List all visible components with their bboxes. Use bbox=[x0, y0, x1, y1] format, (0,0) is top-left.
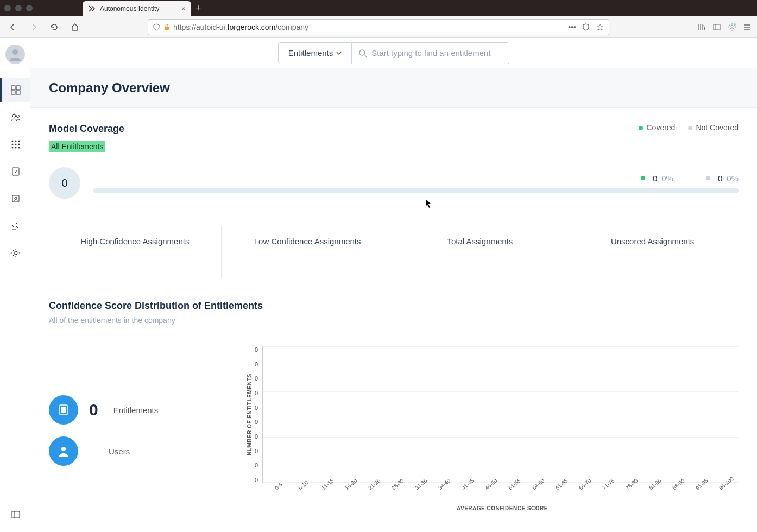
user-icon bbox=[49, 436, 78, 466]
shield-icon bbox=[153, 23, 160, 31]
tab-close-icon[interactable]: × bbox=[181, 4, 186, 13]
browser-titlebar: Autonomous Identity × + bbox=[0, 0, 757, 16]
gear-icon bbox=[11, 248, 21, 258]
svg-point-15 bbox=[17, 115, 20, 118]
svg-point-9 bbox=[12, 49, 18, 55]
forward-button[interactable] bbox=[26, 20, 41, 35]
y-axis-ticks: 0000000000 bbox=[255, 346, 262, 483]
grid-icon bbox=[11, 140, 21, 149]
svg-rect-13 bbox=[16, 91, 20, 94]
new-tab-button[interactable]: + bbox=[195, 3, 201, 14]
account-icon[interactable] bbox=[728, 23, 736, 31]
sidebar-item-collapse[interactable] bbox=[0, 503, 30, 527]
sidebar-item-roles[interactable] bbox=[0, 187, 30, 211]
search-type-dropdown[interactable]: Entitlements bbox=[278, 42, 352, 64]
covered-stat: 0 0% bbox=[641, 174, 673, 183]
avatar[interactable] bbox=[5, 45, 25, 64]
users-summary: Users bbox=[49, 436, 228, 466]
svg-rect-29 bbox=[12, 511, 20, 518]
coverage-filter-chip[interactable]: All Entitlements bbox=[49, 141, 105, 152]
distribution-title: Confidence Score Distribution of Entitle… bbox=[49, 300, 739, 312]
url-text: https://autoid-ui.forgerock.com/company bbox=[173, 23, 565, 31]
svg-rect-34 bbox=[61, 407, 66, 413]
dropdown-label: Entitlements bbox=[288, 48, 333, 58]
browser-toolbar: https://autoid-ui.forgerock.com/company … bbox=[0, 16, 757, 38]
dashboard-icon bbox=[11, 85, 21, 95]
svg-rect-11 bbox=[16, 86, 20, 90]
tab-title: Autonomous Identity bbox=[100, 5, 177, 12]
menu-icon[interactable] bbox=[743, 23, 752, 31]
page-title: Company Overview bbox=[49, 80, 739, 96]
svg-point-19 bbox=[12, 144, 14, 145]
sidebar-item-certifications[interactable] bbox=[0, 160, 30, 183]
x-axis-ticks: 0-56-1011-1516-2021-2526-3031-3536-4041-… bbox=[270, 486, 739, 492]
svg-rect-10 bbox=[11, 86, 15, 90]
clipboard-check-icon bbox=[11, 167, 21, 176]
svg-rect-0 bbox=[165, 27, 169, 30]
sidebar-item-dashboard[interactable] bbox=[0, 78, 30, 102]
home-button[interactable] bbox=[67, 20, 83, 35]
window-minimize[interactable] bbox=[15, 5, 22, 11]
not-covered-stat: 0 0% bbox=[706, 174, 739, 183]
dot-covered-icon bbox=[639, 126, 643, 130]
svg-point-18 bbox=[18, 141, 20, 142]
svg-point-17 bbox=[15, 141, 17, 142]
coverage-total-badge: 0 bbox=[49, 167, 80, 199]
chevron-down-icon bbox=[336, 50, 342, 56]
sidebar-item-settings[interactable] bbox=[0, 241, 30, 265]
users-icon bbox=[11, 112, 21, 122]
svg-point-4 bbox=[731, 25, 733, 27]
x-axis-label: AVERAGE CONFIDENCE SCORE bbox=[266, 505, 739, 511]
stat-card-unscored: Unscored Assignments bbox=[566, 226, 739, 278]
svg-point-35 bbox=[61, 447, 66, 451]
top-search-bar: Entitlements bbox=[30, 38, 757, 68]
badge-icon bbox=[11, 194, 21, 204]
main-content: Entitlements Company Overview Model Cove… bbox=[30, 38, 757, 532]
sidebar-item-identities[interactable] bbox=[0, 105, 30, 129]
svg-rect-1 bbox=[714, 24, 720, 30]
svg-rect-12 bbox=[11, 91, 15, 94]
url-bar[interactable]: https://autoid-ui.forgerock.com/company … bbox=[148, 19, 609, 35]
search-input[interactable] bbox=[371, 48, 502, 58]
search-icon bbox=[358, 49, 367, 58]
reload-button[interactable] bbox=[47, 20, 62, 35]
gavel-icon bbox=[11, 221, 21, 231]
window-close[interactable] bbox=[4, 5, 11, 11]
sidebar-item-rules[interactable] bbox=[0, 214, 30, 238]
svg-point-31 bbox=[359, 50, 365, 55]
lock-icon bbox=[163, 24, 170, 30]
tab-favicon-icon bbox=[88, 5, 96, 12]
svg-line-32 bbox=[364, 55, 367, 57]
coverage-bar bbox=[93, 188, 739, 193]
more-icon[interactable]: ••• bbox=[568, 23, 576, 31]
distribution-subtitle: All of the entitlements in the company bbox=[49, 316, 739, 325]
back-button[interactable] bbox=[5, 20, 21, 35]
reader-icon[interactable] bbox=[582, 23, 590, 31]
browser-tab[interactable]: Autonomous Identity × bbox=[83, 1, 191, 16]
distribution-chart: NUMBER OF ENTITLEMENTS 0000000000 0-56-1… bbox=[244, 346, 739, 511]
svg-point-20 bbox=[15, 144, 17, 145]
svg-point-22 bbox=[12, 147, 14, 149]
svg-point-28 bbox=[14, 251, 17, 255]
document-icon bbox=[49, 395, 78, 425]
plot-area bbox=[262, 346, 739, 483]
coverage-title: Model Coverage bbox=[49, 123, 124, 135]
svg-point-27 bbox=[15, 197, 17, 199]
library-icon[interactable] bbox=[697, 23, 706, 31]
panel-icon bbox=[11, 510, 21, 520]
sidebar-item-applications[interactable] bbox=[0, 132, 30, 156]
svg-point-24 bbox=[18, 147, 20, 149]
sidebar-toggle-icon[interactable] bbox=[712, 23, 721, 31]
bookmark-icon[interactable] bbox=[596, 23, 604, 31]
svg-point-14 bbox=[12, 114, 16, 117]
stat-card-low: Low Confidence Assignments bbox=[222, 226, 394, 278]
dot-notcovered-icon bbox=[688, 126, 692, 130]
search-box[interactable] bbox=[352, 42, 509, 64]
stat-card-high: High Confidence Assignments bbox=[49, 226, 222, 278]
coverage-legend: Covered Not Covered bbox=[639, 123, 739, 132]
svg-rect-26 bbox=[12, 195, 19, 202]
y-axis-label: NUMBER OF ENTITLEMENTS bbox=[244, 346, 255, 483]
svg-point-21 bbox=[18, 144, 20, 145]
window-maximize[interactable] bbox=[26, 5, 33, 11]
svg-point-16 bbox=[12, 141, 14, 142]
